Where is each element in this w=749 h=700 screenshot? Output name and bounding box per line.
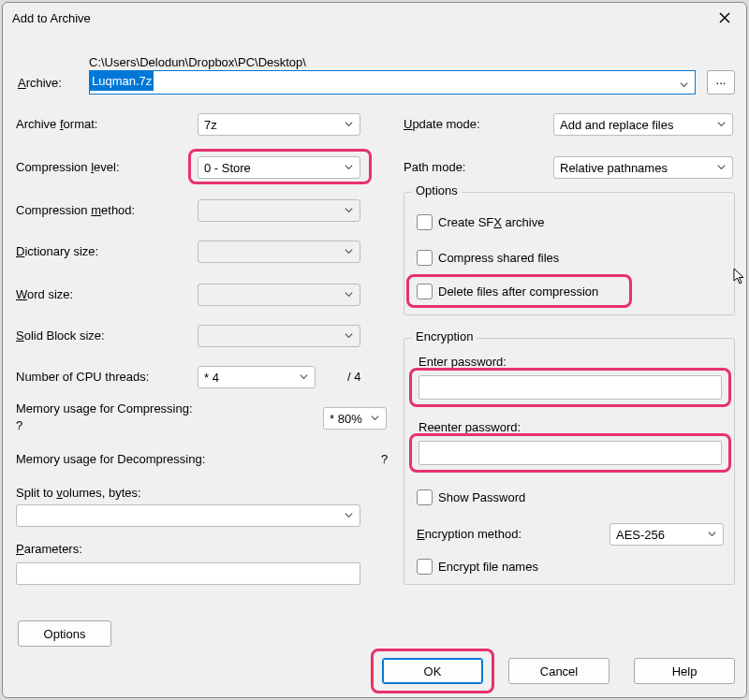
- split-volumes-select[interactable]: [16, 504, 360, 527]
- word-size-label: Word size:: [16, 287, 73, 301]
- shared-checkbox[interactable]: Compress shared files: [417, 250, 559, 266]
- encryption-method-label: Encryption method:: [417, 527, 521, 541]
- path-mode-label: Path mode:: [404, 160, 466, 174]
- update-mode-label: Update mode:: [404, 117, 480, 131]
- window-title: Add to Archive: [12, 11, 91, 25]
- memory-compress-select[interactable]: * 80%: [323, 407, 387, 430]
- encryption-method-select[interactable]: AES-256: [609, 523, 724, 546]
- reenter-password-input[interactable]: [419, 441, 722, 465]
- parameters-label: Parameters:: [16, 542, 82, 556]
- chevron-down-icon: [370, 412, 380, 426]
- options-legend: Options: [412, 183, 462, 197]
- enter-password-label: Enter password:: [419, 355, 507, 369]
- compression-method-select[interactable]: [198, 199, 360, 222]
- memory-decompress-value: ?: [381, 452, 388, 466]
- checkbox-icon[interactable]: [417, 559, 433, 575]
- compression-level-select[interactable]: 0 - Store: [198, 156, 360, 179]
- memory-decompress-label: Memory usage for Decompressing:: [16, 452, 205, 466]
- chevron-down-icon: [716, 118, 727, 132]
- update-mode-select[interactable]: Add and replace files: [553, 113, 733, 136]
- chevron-down-icon: [299, 371, 309, 385]
- chevron-down-icon: [716, 161, 727, 175]
- chevron-down-icon: [344, 288, 354, 302]
- checkbox-icon[interactable]: [417, 250, 433, 266]
- chevron-down-icon[interactable]: [679, 77, 689, 94]
- solid-block-size-label: Solid Block size:: [16, 328, 105, 343]
- compression-method-label: Compression method:: [16, 203, 135, 217]
- cursor-icon: [733, 268, 746, 288]
- browse-button[interactable]: ...: [707, 70, 735, 95]
- chevron-down-icon: [344, 161, 354, 175]
- memory-compress-value: ?: [16, 418, 22, 432]
- split-volumes-label: Split to volumes, bytes:: [16, 486, 141, 500]
- checkbox-icon[interactable]: [417, 284, 433, 299]
- chevron-down-icon: [344, 204, 354, 218]
- solid-block-size-select[interactable]: [198, 325, 360, 347]
- archive-format-select[interactable]: 7z: [198, 113, 360, 136]
- cancel-button[interactable]: Cancel: [508, 658, 609, 684]
- dictionary-size-select[interactable]: [198, 241, 360, 263]
- help-button[interactable]: Help: [634, 658, 735, 684]
- chevron-down-icon: [707, 528, 717, 542]
- sfx-checkbox[interactable]: Create SFX archive: [417, 214, 544, 230]
- options-button[interactable]: Options: [18, 620, 111, 647]
- chevron-down-icon: [344, 118, 354, 132]
- encryption-legend: Encryption: [412, 329, 477, 343]
- archive-format-label: Archive format:: [16, 117, 97, 131]
- dialog-window: Add to Archive Archive: C:\Users\Delodun…: [2, 2, 747, 698]
- encrypt-filenames-checkbox[interactable]: Encrypt file names: [417, 559, 538, 575]
- cpu-threads-select[interactable]: * 4: [198, 366, 316, 388]
- cpu-threads-max: / 4: [347, 370, 360, 384]
- archive-filename-input[interactable]: Luqman.7z: [89, 70, 696, 95]
- path-mode-select[interactable]: Relative pathnames: [553, 156, 733, 179]
- archive-label: Archive:: [18, 76, 62, 90]
- close-icon[interactable]: [711, 5, 739, 31]
- show-password-checkbox[interactable]: Show Password: [417, 489, 525, 505]
- checkbox-icon[interactable]: [417, 214, 433, 230]
- chevron-down-icon: [344, 509, 354, 523]
- checkbox-icon[interactable]: [417, 489, 433, 505]
- titlebar: Add to Archive: [3, 3, 746, 33]
- cpu-threads-label: Number of CPU threads:: [16, 370, 149, 384]
- enter-password-input[interactable]: [419, 375, 722, 400]
- chevron-down-icon: [344, 245, 354, 259]
- compression-level-label: Compression level:: [16, 160, 120, 174]
- memory-compress-label: Memory usage for Compressing:: [16, 401, 193, 416]
- parameters-input[interactable]: [16, 562, 360, 585]
- dictionary-size-label: Dictionary size:: [16, 244, 98, 258]
- chevron-down-icon: [344, 329, 354, 343]
- content-area: Archive: C:\Users\Delodun\Dropbox\PC\Des…: [14, 42, 735, 686]
- word-size-select[interactable]: [198, 284, 360, 306]
- archive-path: C:\Users\Delodun\Dropbox\PC\Desktop\: [89, 55, 306, 69]
- reenter-password-label: Reenter password:: [419, 420, 521, 434]
- delete-after-checkbox[interactable]: Delete files after compression: [417, 284, 598, 299]
- ok-button[interactable]: OK: [382, 658, 483, 684]
